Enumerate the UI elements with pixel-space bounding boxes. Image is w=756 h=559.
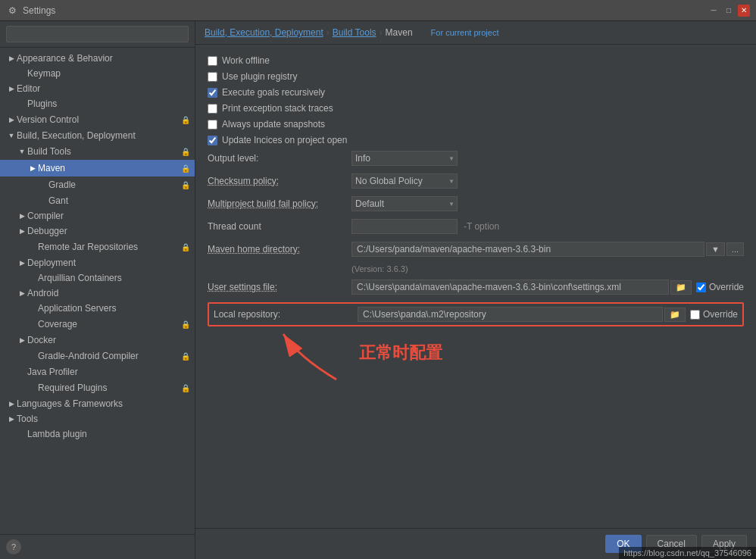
sidebar-item-gradle[interactable]: Gradle 🔒 (0, 176, 195, 193)
sidebar-item-android[interactable]: ▶ Android (0, 286, 195, 301)
local-repo-input[interactable] (358, 307, 663, 322)
print-exception-label[interactable]: Print exception stack traces (222, 103, 333, 114)
sidebar-item-version-control[interactable]: ▶ Version Control 🔒 (0, 111, 195, 128)
lock-icon: 🔒 (180, 350, 192, 362)
sidebar-item-plugins[interactable]: Plugins (0, 96, 195, 111)
sidebar-item-editor[interactable]: ▶ Editor (0, 81, 195, 96)
close-btn[interactable]: ✕ (738, 5, 750, 17)
plugin-registry-checkbox[interactable] (208, 72, 217, 82)
sidebar-item-label: Version Control (17, 114, 180, 125)
always-update-checkbox[interactable] (208, 120, 217, 130)
maven-home-browse-btn[interactable]: ... (726, 242, 744, 256)
output-level-select[interactable]: Info Debug Error Warn (351, 151, 458, 166)
plugin-registry-label[interactable]: Use plugin registry (222, 71, 297, 82)
checkbox-goals-recursively: Execute goals recursively (208, 87, 744, 98)
spacer (27, 319, 38, 329)
main-container: ▶ Appearance & Behavior Keymap ▶ Editor … (0, 21, 756, 559)
minimize-btn[interactable]: ─ (708, 5, 720, 17)
checksum-policy-row: Checksum policy: No Global Policy Strict… (208, 173, 744, 189)
sidebar-item-required-plugins[interactable]: Required Plugins 🔒 (0, 379, 195, 396)
window-controls: ─ □ ✕ (708, 5, 750, 17)
help-button[interactable]: ? (6, 539, 21, 554)
sidebar-item-build-execution[interactable]: ▼ Build, Execution, Deployment (0, 128, 195, 143)
update-indices-label[interactable]: Update Incices on project open (222, 135, 347, 145)
checkbox-print-exception: Print exception stack traces (208, 103, 744, 114)
sidebar-item-arquillian[interactable]: Arquillian Containers (0, 270, 195, 286)
checkbox-update-indices: Update Incices on project open (208, 135, 744, 145)
sidebar-item-label: Tools (17, 414, 195, 424)
multiproject-policy-label: Multiproject build fail policy: (208, 198, 351, 209)
maven-home-input[interactable] (351, 242, 704, 257)
search-input[interactable] (6, 26, 189, 42)
sidebar-item-app-servers[interactable]: Application Servers (0, 301, 195, 316)
user-settings-browse-btn[interactable]: 📁 (670, 280, 692, 295)
sidebar-item-tools[interactable]: ▶ Tools (0, 411, 195, 426)
lock-icon: 🔒 (180, 162, 192, 174)
local-repo-browse-btn[interactable]: 📁 (664, 308, 686, 322)
sidebar-item-docker[interactable]: ▶ Docker (0, 333, 195, 348)
sidebar-item-appearance[interactable]: ▶ Appearance & Behavior (0, 51, 195, 66)
goals-recursively-label[interactable]: Execute goals recursively (222, 87, 325, 98)
user-settings-input[interactable] (351, 280, 669, 295)
maximize-btn[interactable]: □ (723, 5, 735, 17)
sidebar-item-label: Required Plugins (38, 383, 180, 393)
sidebar-item-label: Gant (48, 195, 195, 206)
sidebar-item-build-tools[interactable]: ▼ Build Tools 🔒 (0, 143, 195, 160)
sidebar-item-languages[interactable]: ▶ Languages & Frameworks (0, 396, 195, 411)
print-exception-checkbox[interactable] (208, 104, 217, 114)
arrow-icon: ▶ (6, 114, 17, 125)
breadcrumb-part2[interactable]: Build Tools (333, 27, 376, 38)
breadcrumb-sep2: › (380, 27, 383, 38)
sidebar-item-label: Debugger (27, 226, 195, 236)
arrow-annotation (268, 326, 359, 387)
sidebar-item-label: Keymap (27, 68, 195, 79)
goals-recursively-checkbox[interactable] (208, 88, 217, 98)
local-repo-override-label[interactable]: Override (703, 309, 738, 320)
user-settings-override-checkbox[interactable] (696, 283, 706, 292)
sidebar-item-remote-jar[interactable]: Remote Jar Repositories 🔒 (0, 239, 195, 255)
checkbox-plugin-registry: Use plugin registry (208, 71, 744, 82)
lock-icon: 🔒 (180, 382, 192, 394)
breadcrumb-part1[interactable]: Build, Execution, Deployment (205, 27, 323, 38)
sidebar-item-compiler[interactable]: ▶ Compiler (0, 208, 195, 223)
checkbox-always-update: Always update snapshots (208, 119, 744, 130)
spacer (27, 303, 38, 314)
sidebar-item-gant[interactable]: Gant (0, 193, 195, 208)
update-indices-checkbox[interactable] (208, 136, 217, 145)
user-settings-override-label[interactable]: Override (709, 282, 744, 292)
checksum-policy-select[interactable]: No Global Policy Strict Warn Ignore (351, 173, 458, 189)
sidebar-item-java-profiler[interactable]: Java Profiler (0, 364, 195, 379)
t-option-label: -T option (464, 221, 499, 232)
annotation-text: 正常时配置 (359, 342, 744, 364)
sidebar-item-gradle-android[interactable]: Gradle-Android Compiler 🔒 (0, 348, 195, 364)
local-repo-override-checkbox[interactable] (690, 310, 700, 320)
sidebar-item-keymap[interactable]: Keymap (0, 66, 195, 81)
breadcrumb-sep1: › (326, 27, 330, 38)
user-settings-row: User settings file: 📁 Override (208, 280, 744, 295)
sidebar-item-debugger[interactable]: ▶ Debugger (0, 223, 195, 239)
sidebar-item-deployment[interactable]: ▶ Deployment (0, 255, 195, 270)
breadcrumb-project-link[interactable]: For current project (431, 28, 499, 37)
arrow-icon: ▶ (6, 398, 17, 409)
sidebar-item-label: Docker (27, 335, 195, 345)
sidebar-item-maven[interactable]: ▶ Maven 🔒 (0, 160, 195, 176)
work-offline-checkbox[interactable] (208, 56, 217, 66)
multiproject-policy-select[interactable]: Default Fail At End Fail Never Fail Fast (351, 196, 458, 211)
sidebar-item-label: Appearance & Behavior (17, 53, 195, 64)
sidebar-item-lambda[interactable]: Lambda plugin (0, 426, 195, 442)
spacer (27, 383, 38, 393)
watermark: https://blog.csdn.net/qq_37546096 (619, 547, 756, 559)
thread-count-input[interactable] (351, 219, 458, 234)
maven-home-dropdown-btn[interactable]: ▼ (706, 242, 725, 256)
spacer (27, 242, 38, 252)
sidebar-item-label: Arquillian Containers (38, 273, 195, 283)
multiproject-policy-select-wrapper: Default Fail At End Fail Never Fail Fast (351, 196, 458, 211)
work-offline-label[interactable]: Work offline (222, 55, 270, 66)
always-update-label[interactable]: Always update snapshots (222, 119, 325, 130)
sidebar-item-label: Coverage (38, 319, 180, 329)
sidebar-tree: ▶ Appearance & Behavior Keymap ▶ Editor … (0, 48, 195, 534)
spacer (27, 273, 38, 283)
maven-home-label: Maven home directory: (208, 244, 351, 255)
sidebar-item-label: Build Tools (27, 146, 180, 157)
sidebar-item-coverage[interactable]: Coverage 🔒 (0, 316, 195, 333)
